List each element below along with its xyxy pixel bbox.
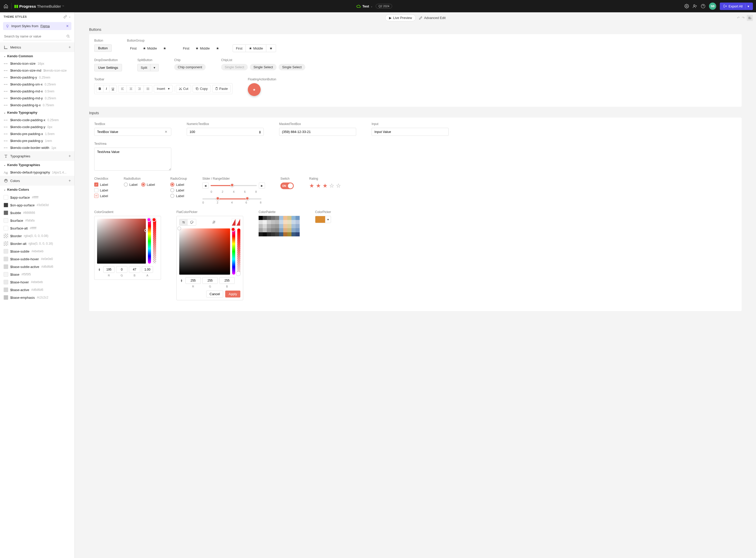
palette-cell[interactable]	[296, 228, 300, 232]
palette-cell[interactable]	[279, 216, 283, 220]
color-var-row[interactable]: $base-active#d6d6d6	[0, 286, 74, 294]
palette-cell[interactable]	[259, 216, 263, 220]
palette-cell[interactable]	[271, 216, 275, 220]
group-kendo-typographies[interactable]: ⌄Kendo Typographies	[0, 161, 74, 169]
align-justify-button[interactable]	[144, 85, 152, 92]
palette-cell[interactable]	[263, 216, 267, 220]
var-row[interactable]: $kendo-code-padding-y0px	[0, 124, 74, 130]
gradient-canvas[interactable]	[97, 219, 146, 263]
palette-cell[interactable]	[275, 220, 279, 224]
palette-cell[interactable]	[259, 220, 263, 224]
var-row[interactable]: $kendo-code-border-width1px	[0, 144, 74, 151]
align-center-button[interactable]	[127, 85, 135, 92]
seg-star[interactable]: ★	[213, 45, 222, 52]
var-row[interactable]: $kendo-padding-sm-x0.25rem	[0, 81, 74, 88]
apply-button[interactable]: Apply	[225, 290, 240, 298]
palette-cell[interactable]	[296, 220, 300, 224]
palette-cell[interactable]	[267, 232, 271, 236]
color-var-row[interactable]: $app-surface#ffffff	[0, 194, 74, 201]
palette-cell[interactable]	[279, 224, 283, 228]
palette-cell[interactable]	[271, 228, 275, 232]
b-input[interactable]	[129, 266, 140, 273]
alpha-slider[interactable]	[237, 228, 240, 275]
align-left-button[interactable]	[118, 85, 127, 92]
radiogroup-item[interactable]: Label	[170, 188, 187, 192]
palette-cell[interactable]	[287, 220, 291, 224]
palette-cell[interactable]	[296, 224, 300, 228]
swap-mode-icon[interactable]: ▲▼	[97, 268, 102, 271]
palette-cell[interactable]	[287, 224, 291, 228]
palette-cell[interactable]	[275, 232, 279, 236]
color-var-row[interactable]: $on-app-surface#3d3d3d	[0, 201, 74, 209]
color-var-row[interactable]: $border-altrgba(0, 0, 0, 0.16)	[0, 240, 74, 248]
hue-slider[interactable]	[232, 228, 235, 275]
a-input[interactable]	[142, 266, 153, 273]
flat-color-picker[interactable]: ▲▼ R G B Cancel Apply	[176, 216, 243, 300]
insert-dropdown[interactable]: Insert ▾	[154, 85, 173, 93]
seg-star[interactable]: ★	[266, 44, 276, 52]
underline-button[interactable]: U	[109, 85, 116, 92]
color-var-row[interactable]: $surface-alt#ffffff	[0, 224, 74, 232]
g-input[interactable]	[202, 277, 218, 284]
settings-panel-icon[interactable]	[747, 15, 753, 21]
palette-cell[interactable]	[271, 232, 275, 236]
palette-cell[interactable]	[283, 224, 287, 228]
palette-cell[interactable]	[279, 228, 283, 232]
range-slider[interactable]: 02468	[202, 198, 262, 204]
category-typographies[interactable]: Typographies +	[0, 151, 74, 161]
palette-cell[interactable]	[291, 228, 296, 232]
color-var-row[interactable]: $surface#fafafa	[0, 217, 74, 224]
group-kendo-typography[interactable]: ⌄Kendo Typography	[0, 108, 74, 117]
advanced-edit-button[interactable]: Advanced Edit	[419, 16, 445, 20]
export-button[interactable]: Export All ▾	[720, 3, 753, 10]
palette-cell[interactable]	[279, 220, 283, 224]
var-row[interactable]: $kendo-padding-y0.25rem	[0, 74, 74, 81]
project-name[interactable]: Test ⌄	[356, 4, 373, 8]
fab-button[interactable]: ★	[248, 83, 261, 96]
dropdown-button[interactable]: User Settings	[94, 64, 122, 71]
palette-cell[interactable]	[291, 220, 296, 224]
color-var-row[interactable]: $base#f5f5f5	[0, 271, 74, 278]
plain-input[interactable]	[372, 128, 448, 136]
add-user-icon[interactable]	[692, 4, 697, 8]
textarea[interactable]	[94, 148, 171, 171]
hue-slider[interactable]	[148, 219, 151, 263]
undo-icon[interactable]: ↶	[737, 16, 740, 20]
palette-cell[interactable]	[259, 228, 263, 232]
rating[interactable]: ★ ★ ★ ☆ ☆	[309, 182, 341, 189]
palette-cell[interactable]	[279, 232, 283, 236]
no-color-icon[interactable]	[212, 220, 216, 224]
version-badge[interactable]: Q2 2024	[376, 4, 392, 8]
chevron-down-icon[interactable]: ⌄	[69, 15, 71, 19]
seg-star[interactable]: ★	[160, 45, 170, 52]
palette-cell[interactable]	[259, 224, 263, 228]
chip-item[interactable]: Single Select	[221, 64, 248, 70]
seg-first[interactable]: First	[127, 45, 140, 52]
color-palette[interactable]	[259, 216, 300, 236]
r-input[interactable]	[103, 266, 115, 273]
g-input[interactable]	[116, 266, 127, 273]
palette-cell[interactable]	[263, 220, 267, 224]
var-row[interactable]: $kendo-icon-size-md$kendo-icon-size	[0, 67, 74, 74]
seg-first[interactable]: First	[233, 44, 246, 52]
color-var-row[interactable]: $base-emphasis#c2c2c2	[0, 294, 74, 301]
bold-button[interactable]: B	[96, 85, 103, 92]
color-var-row[interactable]: $subtle#666666	[0, 209, 74, 217]
r-input[interactable]	[186, 277, 201, 284]
palette-cell[interactable]	[267, 220, 271, 224]
seg-middle[interactable]: ★Middle	[192, 45, 213, 52]
checkbox-checked[interactable]: ✓Label	[94, 182, 108, 186]
var-row[interactable]: Ag$kendo-default-typography14px/1.4...	[0, 169, 74, 176]
category-colors[interactable]: Colors +	[0, 176, 74, 185]
var-row[interactable]: $kendo-padding-md-y0.25rem	[0, 95, 74, 102]
palette-cell[interactable]	[275, 224, 279, 228]
slider-decrease[interactable]: ◀	[202, 182, 209, 189]
palette-cell[interactable]	[287, 216, 291, 220]
palette-cell[interactable]	[287, 228, 291, 232]
align-right-button[interactable]	[135, 85, 144, 92]
paste-button[interactable]: Paste	[212, 85, 230, 93]
palette-cell[interactable]	[283, 228, 287, 232]
sample-button[interactable]: Button	[94, 44, 112, 52]
textbox[interactable]: ✕	[94, 128, 171, 136]
masked-textbox[interactable]	[279, 128, 356, 136]
